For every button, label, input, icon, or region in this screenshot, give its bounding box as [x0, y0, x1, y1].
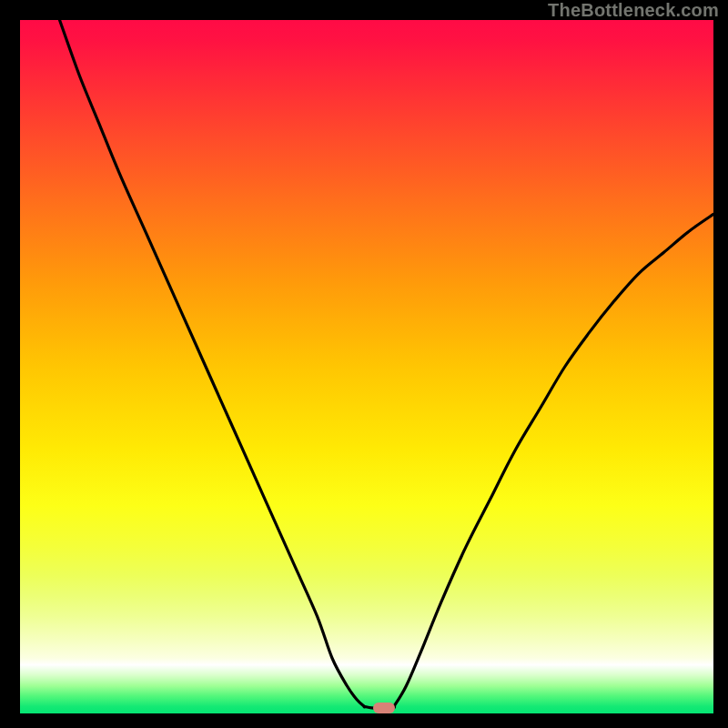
- optimum-marker: [373, 703, 395, 713]
- curve-path: [60, 20, 714, 708]
- watermark-text: TheBottleneck.com: [548, 0, 719, 21]
- plot-area: [20, 20, 713, 713]
- chart-stage: TheBottleneck.com: [0, 0, 728, 728]
- bottleneck-curve: [20, 20, 713, 713]
